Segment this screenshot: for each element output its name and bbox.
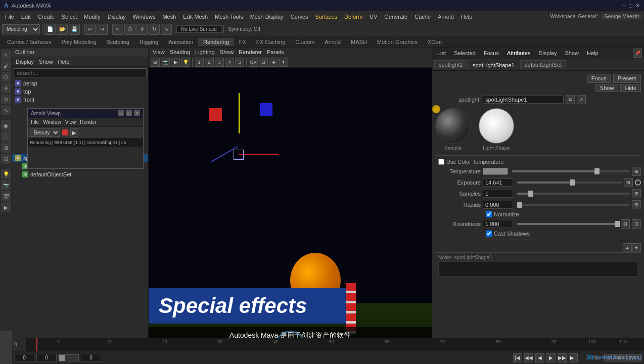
vp-mode4-btn[interactable]: 4 xyxy=(225,58,234,67)
play-btn[interactable]: ▶ xyxy=(546,353,556,362)
soft-select-btn[interactable]: ◌ xyxy=(1,131,11,142)
tab-custom[interactable]: Custom xyxy=(290,38,319,46)
roundness-input[interactable] xyxy=(483,220,513,228)
scroll-down-btn[interactable]: ▼ xyxy=(632,243,641,252)
move-tool-btn[interactable]: ✛ xyxy=(1,83,11,93)
menu-modify[interactable]: Modify xyxy=(81,13,103,21)
cast-shadows-checkbox[interactable] xyxy=(486,231,492,237)
outliner-item-persp[interactable]: ■ persp xyxy=(12,79,148,87)
hide-button[interactable]: Hide xyxy=(620,84,641,92)
normalize-checkbox[interactable] xyxy=(486,211,492,217)
temperature-color-swatch[interactable] xyxy=(483,168,508,175)
spotlight-name-input[interactable] xyxy=(483,96,564,104)
prev-key-btn[interactable]: ◀◀ xyxy=(524,353,533,362)
rotate-tool-btn[interactable]: ↻ xyxy=(1,94,11,104)
select-btn[interactable]: ↖ xyxy=(112,24,123,35)
window-controls[interactable]: ─ □ ✕ xyxy=(622,3,640,9)
start-frame-input[interactable] xyxy=(14,354,34,361)
anim-btn[interactable]: ▶ xyxy=(1,202,11,212)
presets-button[interactable]: Presets xyxy=(613,74,641,83)
tab-fx[interactable]: FX xyxy=(234,38,251,46)
go-start-btn[interactable]: |◀ xyxy=(513,353,522,362)
radius-options-btn[interactable]: ⊞ xyxy=(632,200,641,209)
scale-tool-btn[interactable]: ⤡ xyxy=(1,105,11,115)
attr-tab-list[interactable]: List xyxy=(434,49,449,57)
vp-grid-btn[interactable]: ⊞ xyxy=(151,58,160,67)
paint-btn[interactable]: 🖌 xyxy=(1,61,11,71)
tab-motion-graphics[interactable]: Motion Graphics xyxy=(372,38,423,46)
outliner-item-front[interactable]: ■ front xyxy=(12,96,148,104)
arnold-restore-btn[interactable]: □ xyxy=(126,110,132,116)
outliner-item-defaultobjectset[interactable]: ◉ defaultObjectSet xyxy=(12,170,148,178)
vp-snap-btn[interactable]: ✦ xyxy=(279,58,288,67)
exposure-options-btn[interactable]: ⊞ xyxy=(624,178,633,187)
go-end-btn[interactable]: ▶| xyxy=(569,353,578,362)
linked-learning-badge[interactable]: in Linked in Learning xyxy=(587,353,641,361)
viewport-renderer[interactable]: Renderer xyxy=(237,49,264,56)
tab-arnold[interactable]: Arnold xyxy=(319,38,346,46)
light-tab-spotlight1[interactable]: spotlight1 xyxy=(434,60,467,69)
rotate-btn[interactable]: ↻ xyxy=(149,24,160,35)
prev-frame-btn[interactable]: ◀ xyxy=(535,353,544,362)
arnold-beauty-select[interactable]: Beauty xyxy=(30,128,60,137)
arnold-render[interactable]: Render xyxy=(79,119,98,125)
tab-poly-modeling[interactable]: Poly Modeling xyxy=(56,38,101,46)
tab-fx-caching[interactable]: FX Caching xyxy=(251,38,290,46)
sym-btn[interactable]: ⊞ xyxy=(1,143,11,153)
arnold-minimize-btn[interactable]: ─ xyxy=(118,110,124,116)
menu-deform[interactable]: Deform xyxy=(341,13,365,21)
outliner-help[interactable]: Help xyxy=(57,58,71,65)
tab-sculpting[interactable]: Sculpting xyxy=(102,38,134,46)
end-frame-input[interactable] xyxy=(81,354,101,361)
vp-wire-btn[interactable]: ⊡ xyxy=(259,58,268,67)
arnold-close-btn[interactable]: ✕ xyxy=(134,110,140,116)
viewport-lighting[interactable]: Lighting xyxy=(193,49,217,56)
tab-mash[interactable]: MASH xyxy=(346,38,372,46)
vp-mode3-btn[interactable]: 3 xyxy=(215,58,224,67)
attr-tab-help[interactable]: Help xyxy=(584,49,602,57)
exposure-input[interactable] xyxy=(483,178,513,187)
transform-handle[interactable] xyxy=(234,150,244,160)
outliner-display[interactable]: Display xyxy=(14,58,35,65)
vp-mode2-btn[interactable]: 2 xyxy=(205,58,214,67)
temperature-options-btn[interactable]: ⊞ xyxy=(632,167,641,176)
menu-help[interactable]: Help xyxy=(458,13,476,21)
samples-slider[interactable] xyxy=(517,193,630,195)
viewport-view[interactable]: View xyxy=(151,49,167,56)
spotlight-link-btn[interactable]: ⧉ xyxy=(566,95,575,104)
current-frame-input[interactable] xyxy=(36,354,57,361)
viewport-panels[interactable]: Panels xyxy=(265,49,286,56)
tab-animation[interactable]: Animation xyxy=(163,38,198,46)
light-btn[interactable]: 💡 xyxy=(1,169,11,179)
outliner-show[interactable]: Show xyxy=(37,58,55,65)
light-tab-spotlightshape1[interactable]: spotLightShape1 xyxy=(468,61,519,69)
attr-tab-attributes[interactable]: Attributes xyxy=(504,49,533,57)
attr-tab-display[interactable]: Display xyxy=(535,49,560,57)
light-tab-defaultlightset[interactable]: defaultLightSet xyxy=(520,60,566,69)
arnold-window-menu[interactable]: Window xyxy=(42,119,62,125)
menu-mesh[interactable]: Mesh xyxy=(159,13,179,21)
mirror-btn[interactable]: ⊟ xyxy=(1,154,11,164)
menu-uv[interactable]: UV xyxy=(366,13,380,21)
menu-mesh-tools[interactable]: Mesh Tools xyxy=(212,13,246,21)
menu-windows[interactable]: Windows xyxy=(130,13,159,21)
menu-edit[interactable]: Edit xyxy=(18,13,34,21)
temperature-slider[interactable] xyxy=(512,170,630,172)
spotlight-expand-btn[interactable]: ↗ xyxy=(577,95,586,104)
save-btn[interactable]: 💾 xyxy=(69,24,80,35)
redo-btn[interactable]: ↪ xyxy=(97,24,108,35)
attr-tab-selected[interactable]: Selected xyxy=(451,49,479,57)
next-frame-btn[interactable]: ▶▶ xyxy=(558,353,567,362)
menu-surfaces[interactable]: Surfaces xyxy=(312,13,340,21)
new-btn[interactable]: 📄 xyxy=(44,24,56,35)
vp-uv-btn[interactable]: UV xyxy=(249,58,258,67)
vp-mode1-btn[interactable]: 1 xyxy=(195,58,204,67)
menu-create[interactable]: Create xyxy=(35,13,58,21)
scale-btn[interactable]: ⤡ xyxy=(161,24,172,35)
vp-light-btn[interactable]: 💡 xyxy=(181,58,190,67)
arnold-file[interactable]: File xyxy=(30,119,40,125)
tab-curves-surfaces[interactable]: Curves / Surfaces xyxy=(2,38,56,46)
arnold-render-btn[interactable]: ▶ xyxy=(70,128,78,136)
menu-edit-mesh[interactable]: Edit Mesh xyxy=(180,13,211,21)
tab-rigging[interactable]: Rigging xyxy=(134,38,163,46)
